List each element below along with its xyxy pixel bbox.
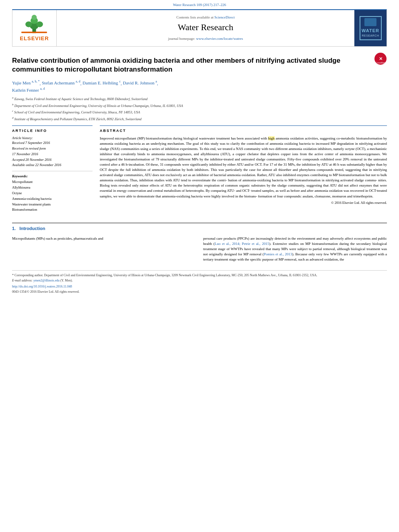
- kw-allylthiourea: Allylthiourea: [12, 185, 93, 190]
- affil-d: d Institute of Biogeochemistry and Pollu…: [12, 116, 387, 122]
- email-line: E-mail address: ymen2@illinois.edu (Y. M…: [12, 278, 387, 283]
- wr-badge-area: WATER RESEARCH: [354, 10, 387, 46]
- elsevier-logo: ELSEVIER: [20, 14, 49, 42]
- intro-title: 1. Introduction: [12, 226, 387, 232]
- authors-line: Yujie Men a, b, *, Stefan Achermann a, d…: [12, 80, 387, 93]
- keywords-section: Keywords: Micropollutant Allylthiourea O…: [12, 174, 93, 212]
- footnote-section: * Corresponding author. Department of Ci…: [12, 270, 387, 294]
- received-revised-label: Received in revised form: [12, 146, 93, 151]
- revised-date: 17 November 2016: [12, 152, 93, 157]
- accepted-date: Accepted 20 November 2016: [12, 158, 93, 162]
- body-col-left: Micropollutants (MPs) such as pesticides…: [12, 236, 196, 264]
- homepage-link[interactable]: www.elsevier.com/locate/watres: [196, 37, 243, 41]
- article-info-label: ARTICLE INFO: [12, 128, 93, 134]
- svg-point-5: [32, 14, 37, 20]
- article-title: Relative contribution of ammonia oxidizi…: [12, 56, 370, 74]
- journal-title: Water Research: [178, 21, 233, 34]
- available-date: Available online 22 November 2016: [12, 163, 93, 168]
- history-divider: [12, 171, 93, 171]
- svg-text:✕: ✕: [379, 56, 383, 61]
- wr-badge: WATER RESEARCH: [360, 16, 382, 40]
- contents-line: Contents lists available at ScienceDirec…: [177, 15, 235, 20]
- kw-micropollutant: Micropollutant: [12, 180, 93, 185]
- keywords-label: Keywords:: [12, 174, 93, 179]
- corresponding-author-note: * Corresponding author. Department of Ci…: [12, 273, 387, 277]
- article-info-col: ARTICLE INFO Article history: Received 7…: [12, 125, 93, 216]
- body-col-right: personal care products (PPCPs) are incre…: [203, 236, 387, 264]
- ref-pomies2013[interactable]: Pomies et al., 2013: [264, 252, 292, 256]
- doi-section: http://dx.doi.org/10.1016/j.watres.2016.…: [12, 284, 387, 289]
- top-citation-bar: Water Research 109 (2017) 217–226: [0, 0, 399, 9]
- wr-badge-title: WATER: [362, 28, 379, 34]
- elsevier-tree-icon: [20, 14, 48, 34]
- history-label: Article history:: [12, 136, 93, 141]
- article-history: Article history: Received 7 September 20…: [12, 136, 93, 168]
- sciencedirect-link[interactable]: ScienceDirect: [214, 15, 234, 19]
- elsevier-logo-area: ELSEVIER: [12, 10, 57, 46]
- abstract-label: ABSTRACT: [100, 128, 387, 134]
- affil-a: a Eawag, Swiss Federal Institute of Aqua…: [12, 96, 387, 102]
- intro-para-left: Micropollutants (MPs) such as pesticides…: [12, 236, 196, 241]
- highlight-high: high: [268, 136, 275, 140]
- wr-badge-sub: RESEARCH: [362, 34, 379, 38]
- body-text-left: Micropollutants (MPs) such as pesticides…: [12, 236, 196, 241]
- citation-text: Water Research 109 (2017) 217–226: [173, 3, 226, 7]
- crossmark-icon: ✕ CrossMark: [374, 52, 387, 65]
- author-johnson: David R. Johnson a: [123, 80, 157, 85]
- doi-link[interactable]: http://dx.doi.org/10.1016/j.watres.2016.…: [12, 285, 72, 288]
- abstract-col: ABSTRACT Improved micropollutant (MP) bi…: [100, 125, 387, 216]
- svg-rect-6: [22, 31, 47, 33]
- journal-info-center: Contents lists available at ScienceDirec…: [57, 10, 354, 46]
- ref-luo2014[interactable]: Luo et al., 2014; Petrie et al., 2015: [215, 242, 269, 246]
- crossmark-badge: ✕ CrossMark: [374, 52, 387, 67]
- intro-para-right: personal care products (PPCPs) are incre…: [203, 236, 387, 262]
- author-achermann: Stefan Achermann a, d: [42, 80, 80, 85]
- affiliations: a Eawag, Swiss Federal Institute of Aqua…: [12, 96, 387, 121]
- homepage-line: journal homepage: www.elsevier.com/locat…: [168, 36, 243, 41]
- kw-biotransformation: Biotransformation: [12, 207, 93, 212]
- email-link[interactable]: ymen2@illinois.edu: [33, 279, 60, 282]
- affil-c: c School of Civil and Environmental Engi…: [12, 109, 387, 115]
- body-two-col: Micropollutants (MPs) such as pesticides…: [12, 236, 387, 264]
- affil-b: b Department of Civil and Environmental …: [12, 103, 387, 109]
- kw-aob: Ammonia-oxidizing bacteria: [12, 197, 93, 201]
- author-men: Yujie Men a, b, *: [12, 80, 39, 85]
- journal-header: ELSEVIER Contents lists available at Sci…: [12, 9, 387, 47]
- svg-text:CrossMark: CrossMark: [376, 62, 386, 64]
- body-text-right: personal care products (PPCPs) are incre…: [203, 236, 387, 262]
- article-meta-section: ARTICLE INFO Article history: Received 7…: [12, 125, 387, 216]
- kw-wwtp: Wastewater treatment plants: [12, 202, 93, 207]
- elsevier-wordmark: ELSEVIER: [20, 35, 49, 42]
- received-date: Received 7 September 2016: [12, 141, 93, 146]
- page-wrapper: Water Research 109 (2017) 217–226 ELSEVI…: [0, 0, 399, 294]
- article-info-box: ARTICLE INFO Article history: Received 7…: [12, 125, 93, 212]
- author-helbling: Damian E. Helbling c: [82, 80, 121, 85]
- abstract-text: Improved micropollutant (MP) biotransfor…: [100, 136, 387, 199]
- kw-octyne: Octyne: [12, 191, 93, 196]
- main-content: Relative contribution of ammonia oxidizi…: [12, 51, 387, 294]
- copyright-line: © 2016 Elsevier Ltd. All rights reserved…: [100, 201, 387, 205]
- abstract-section: ABSTRACT Improved micropollutant (MP) bi…: [100, 125, 387, 205]
- introduction-section: 1. Introduction: [12, 223, 387, 232]
- issn-line: 0043-1354/© 2016 Elsevier Ltd. All right…: [12, 290, 387, 294]
- author-fenner: Kathrin Fenner a, d: [12, 88, 45, 92]
